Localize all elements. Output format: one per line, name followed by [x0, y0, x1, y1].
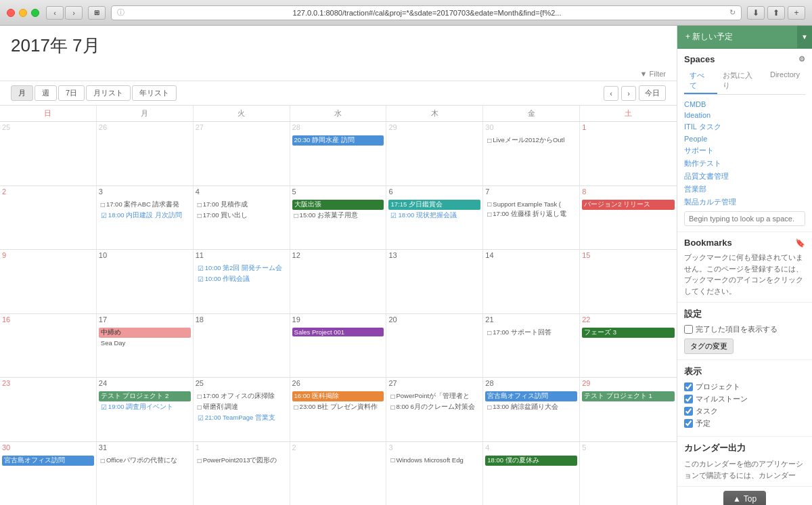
next-month-button[interactable]: › [621, 86, 636, 101]
minimize-button[interactable] [19, 9, 27, 17]
calendar-event[interactable]: 17:00 案件ABC 請求書発 [99, 200, 191, 210]
calendar-event[interactable]: 宮古島オフィス訪問 [485, 391, 577, 401]
show-completed-checkbox[interactable] [684, 325, 693, 334]
calendar-event[interactable]: 10:00 作戦会議 [196, 274, 288, 284]
display-checkbox[interactable] [684, 395, 693, 403]
calendar-event[interactable]: 宮古島オフィス訪問 [2, 456, 94, 466]
calendar-event[interactable]: フェーズ 3 [582, 328, 675, 338]
tags-button[interactable]: タグの変更 [684, 338, 734, 354]
calendar-day[interactable]: 2117:00 サポート回答 [483, 314, 580, 378]
calendar-event[interactable]: 10:00 第2回 開発チーム会 [196, 263, 288, 273]
calendar-event[interactable]: Windows Microsoft Edg [388, 456, 480, 464]
space-item[interactable]: 営業部 [684, 183, 805, 196]
new-tab-button[interactable]: + [788, 6, 805, 20]
calendar-day[interactable]: 1110:00 第2回 開発チーム会10:00 作戦会議 [194, 250, 290, 313]
calendar-event[interactable]: 17:00 見積作成 [196, 200, 288, 210]
calendar-event[interactable]: 18:00 内田建設 月次訪問 [99, 211, 191, 221]
space-item[interactable]: ITIL タスク [684, 120, 805, 133]
close-button[interactable] [7, 9, 15, 17]
calendar-event[interactable]: テスト プロジェクト 2 [99, 391, 191, 401]
calendar-day[interactable]: 317:00 案件ABC 請求書発18:00 内田建設 月次訪問 [97, 186, 194, 250]
calendar-day[interactable]: 30Liveメール2012からOutl [483, 122, 580, 185]
calendar-event[interactable]: Sales Project 001 [292, 328, 384, 336]
calendar-event[interactable]: テスト プロジェクト 1 [582, 391, 675, 401]
calendar-day[interactable]: 1 [580, 122, 677, 185]
calendar-day[interactable]: 16 [0, 314, 97, 378]
spaces-tab-all[interactable]: すべて [684, 68, 717, 94]
spaces-gear-icon[interactable]: ⚙ [798, 55, 805, 64]
tab-year-list[interactable]: 年リスト [132, 85, 177, 101]
space-item[interactable]: 品質文書管理 [684, 170, 805, 183]
calendar-day[interactable]: 13 [386, 250, 483, 313]
calendar-day[interactable]: 18 [194, 314, 290, 378]
tab-7day[interactable]: 7日 [58, 85, 85, 101]
calendar-day[interactable]: 14 [483, 250, 580, 313]
tab-week[interactable]: 週 [35, 85, 57, 101]
calendar-event[interactable]: 18:00 僕の夏休み [485, 456, 577, 466]
space-item[interactable]: サポート [684, 144, 805, 157]
display-checkbox[interactable] [684, 382, 693, 391]
back-button[interactable]: ‹ [46, 6, 64, 20]
calendar-day[interactable]: 3Windows Microsoft Edg [386, 442, 483, 506]
bookmark-icon[interactable]: 🔖 [795, 238, 805, 248]
calendar-day[interactable]: 617:15 夕日鑑賞会18:00 現状把握会議 [386, 186, 483, 250]
zoom-button[interactable] [31, 9, 39, 17]
share-button[interactable]: ⬆ [767, 6, 785, 20]
calendar-day[interactable]: 27 [194, 122, 290, 185]
space-item[interactable]: Ideation [684, 110, 805, 120]
space-item[interactable]: People [684, 133, 805, 144]
calendar-day[interactable]: 8バージョン2 リリース [580, 186, 677, 250]
calendar-day[interactable]: 15 [580, 250, 677, 313]
space-search-input[interactable] [684, 211, 805, 226]
space-item[interactable]: 動作テスト [684, 157, 805, 170]
reload-button[interactable]: ↻ [729, 8, 736, 17]
calendar-event[interactable]: 23:00 B社 プレゼン資料作 [292, 402, 384, 412]
calendar-day[interactable]: 26 [97, 122, 194, 185]
url-bar[interactable]: ⓘ 127.0.0.1:8080/traction#/cal&proj=*&sd… [111, 5, 742, 20]
tab-month-list[interactable]: 月リスト [86, 85, 131, 101]
download-button[interactable]: ⬇ [747, 6, 765, 20]
new-event-dropdown-button[interactable]: ▼ [797, 26, 812, 48]
calendar-day[interactable]: 19Sales Project 001 [290, 314, 387, 378]
today-button[interactable]: 今日 [639, 85, 666, 101]
calendar-event[interactable]: Officeパワポの代替にな [99, 456, 191, 466]
calendar-event[interactable]: 18:00 現状把握会議 [388, 211, 480, 221]
calendar-event[interactable]: 17:15 夕日鑑賞会 [388, 200, 480, 210]
top-button[interactable]: ▲ Top [723, 491, 766, 505]
calendar-event[interactable]: 17:00 買い出し [196, 211, 288, 221]
spaces-tab-directory[interactable]: Directory [765, 68, 805, 94]
calendar-day[interactable]: 5大阪出張15:00 お茶菓子用意 [290, 186, 387, 250]
calendar-day[interactable]: 7Support Example Task (17:00 佐藤様 折り返し電 [483, 186, 580, 250]
calendar-day[interactable]: 9 [0, 250, 97, 313]
calendar-event[interactable]: 17:00 オフィスの床掃除 [196, 391, 288, 401]
calendar-day[interactable]: 28宮古島オフィス訪問13:00 納涼盆踊り大会 [483, 378, 580, 441]
calendar-event[interactable]: 19:00 調査用イベント [99, 402, 191, 412]
calendar-event[interactable]: 21:00 TeamPage 営業支 [196, 413, 288, 423]
calendar-day[interactable]: 2820:30 静岡水産 訪問 [290, 122, 387, 185]
space-item[interactable]: CMDB [684, 99, 805, 110]
display-checkbox[interactable] [684, 419, 693, 428]
calendar-event[interactable]: 16:00 医科掲除 [292, 391, 384, 401]
calendar-day[interactable]: 2 [290, 442, 387, 506]
calendar-day[interactable]: 24テスト プロジェクト 219:00 調査用イベント [97, 378, 194, 441]
calendar-day[interactable]: 10 [97, 250, 194, 313]
calendar-event[interactable]: Support Example Task ( [485, 200, 577, 208]
calendar-day[interactable]: 20 [386, 314, 483, 378]
calendar-event[interactable]: 20:30 静岡水産 訪問 [292, 135, 384, 146]
calendar-event[interactable]: 中締め [99, 328, 191, 338]
calendar-event[interactable]: 8:00 6月のクレーム対策会 [388, 402, 480, 412]
calendar-event[interactable]: 13:00 納涼盆踊り大会 [485, 402, 577, 412]
calendar-event[interactable]: Liveメール2012からOutl [485, 135, 577, 146]
calendar-day[interactable]: 29 [386, 122, 483, 185]
calendar-day[interactable]: 29テスト プロジェクト 1 [580, 378, 677, 441]
calendar-day[interactable]: 2616:00 医科掲除23:00 B社 プレゼン資料作 [290, 378, 387, 441]
space-item[interactable]: 製品カルテ管理 [684, 196, 805, 208]
calendar-event[interactable]: バージョン2 リリース [582, 200, 675, 210]
calendar-event[interactable]: 15:00 お茶菓子用意 [292, 211, 384, 221]
filter-button[interactable]: ▼ Filter [640, 70, 666, 78]
calendar-day[interactable]: 22フェーズ 3 [580, 314, 677, 378]
calendar-event[interactable]: 大阪出張 [292, 200, 384, 210]
tab-month[interactable]: 月 [11, 85, 33, 101]
calendar-event[interactable]: PowerPoint2013で図形の [196, 456, 288, 466]
calendar-day[interactable]: 31Officeパワポの代替にな [97, 442, 194, 506]
